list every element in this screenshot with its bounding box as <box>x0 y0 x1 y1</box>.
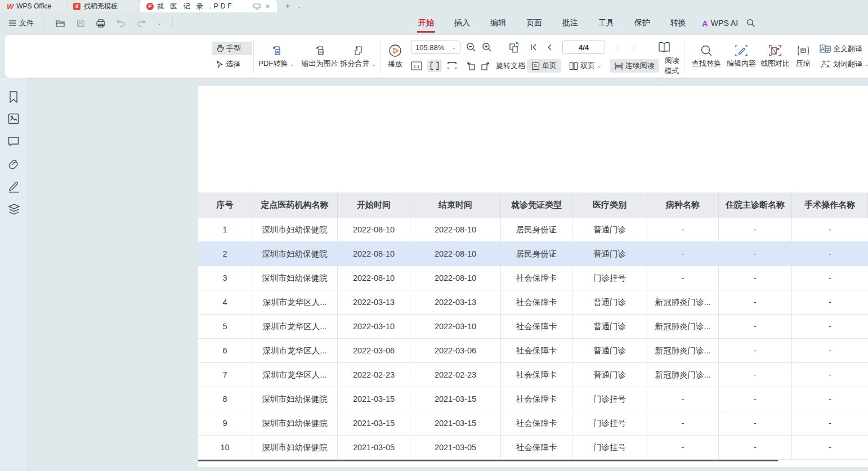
previous-page-button[interactable] <box>543 44 556 51</box>
page-swap-icon <box>508 41 521 54</box>
rotate-right-button[interactable] <box>481 61 491 71</box>
ribbon-search-button[interactable] <box>744 16 758 30</box>
continuous-read-button[interactable]: 连续阅读 <box>610 59 659 73</box>
play-label: 播放 <box>388 59 402 69</box>
wps-ai-button[interactable]: A WPS AI <box>696 19 744 28</box>
compress-button[interactable]: 压缩 <box>791 35 815 78</box>
table-cell: - <box>792 290 868 314</box>
table-cell: 2022-08-10 <box>410 242 501 266</box>
layers-icon[interactable] <box>7 203 21 216</box>
file-menu-button[interactable]: 文件 <box>6 16 37 30</box>
table-row[interactable]: 4深圳市龙华区人...2022-03-132022-03-13社会保障卡普通门诊… <box>198 290 868 315</box>
table-cell: 社会保障卡 <box>501 363 572 387</box>
single-page-button[interactable]: 单页 <box>527 59 561 73</box>
table-cell: 3 <box>198 266 252 290</box>
zoom-in-button[interactable] <box>482 42 492 52</box>
zoom-level-select[interactable]: 105.88% ⌄ <box>411 41 460 54</box>
find-replace-label: 查找替换 <box>692 59 721 69</box>
redo-button[interactable] <box>134 17 149 29</box>
first-page-button[interactable] <box>527 44 541 51</box>
table-cell: 4 <box>198 290 252 314</box>
split-merge-button[interactable]: 拆分合并 ⌄ <box>337 35 379 78</box>
table-cell: 深圳市妇幼保健院 <box>252 411 338 435</box>
pdf-page[interactable]: 序号定点医药机构名称开始时间结束时间就诊凭证类型医疗类别病种名称住院主诊断名称手… <box>198 86 868 467</box>
table-row[interactable]: 10深圳市妇幼保健院2021-03-052021-03-05社会保障卡门诊挂号-… <box>198 436 868 460</box>
table-cell: 2022-03-06 <box>410 339 501 362</box>
table-row[interactable]: 9深圳市妇幼保健院2021-03-152021-03-15社会保障卡门诊挂号--… <box>198 411 868 436</box>
tab-docer-templates[interactable]: d 找稻壳模板 <box>66 0 140 12</box>
table-cell: - <box>719 387 792 411</box>
table-row[interactable]: 6深圳市龙华区人...2022-03-062022-03-06社会保障卡普通门诊… <box>198 339 868 363</box>
bookmark-icon[interactable] <box>7 91 21 104</box>
rotate-left-button[interactable] <box>466 61 476 71</box>
save-button[interactable] <box>74 17 88 30</box>
ribbon-tab-edit[interactable]: 编辑 <box>480 12 516 34</box>
undo-button[interactable] <box>114 17 128 29</box>
present-to-screen-icon[interactable] <box>253 3 261 10</box>
tab-wps-home[interactable]: W WPS Office <box>0 0 66 12</box>
table-cell: - <box>647 218 719 241</box>
table-row[interactable]: 7深圳市龙华区人...2022-02-232022-02-23社会保障卡普通门诊… <box>198 363 868 387</box>
divider <box>253 39 254 73</box>
double-page-button[interactable]: 双页 ⌄ <box>565 59 606 73</box>
print-button[interactable] <box>93 17 108 30</box>
table-cell: 2022-08-10 <box>338 266 410 290</box>
read-mode-button[interactable] <box>657 41 671 53</box>
next-page-button[interactable] <box>612 44 624 51</box>
document-area: 序号定点医药机构名称开始时间结束时间就诊凭证类型医疗类别病种名称住院主诊断名称手… <box>0 78 868 471</box>
attachment-icon[interactable] <box>7 158 21 172</box>
table-row[interactable]: 8深圳市妇幼保健院2021-03-152021-03-15社会保障卡门诊挂号--… <box>198 387 868 411</box>
tab-document[interactable]: P 就 医 记 录 .PDF ✕ <box>140 0 277 12</box>
table-cell: 深圳市妇幼保健院 <box>252 266 338 290</box>
close-tab-icon[interactable]: ✕ <box>265 3 270 10</box>
pdf-convert-button[interactable]: W PDF转换 ⌄ <box>256 35 297 78</box>
fit-page-button[interactable] <box>447 61 457 70</box>
ribbon-tab-comment[interactable]: 批注 <box>552 12 588 34</box>
ribbon-tab-tools[interactable]: 工具 <box>588 12 624 34</box>
table-cell: - <box>719 290 792 314</box>
full-translate-button[interactable]: A 字 全文翻译 <box>817 43 868 55</box>
table-cell: 2022-03-13 <box>338 290 410 314</box>
table-cell: 社会保障卡 <box>501 436 572 459</box>
fit-width-button[interactable] <box>427 60 442 72</box>
table-cell: 新冠肺炎门诊... <box>647 290 719 314</box>
word-translate-button[interactable]: 文A 划词翻译 ⌄ <box>817 58 868 70</box>
actual-size-button[interactable]: 1:1 <box>411 61 422 70</box>
open-file-button[interactable] <box>53 17 68 30</box>
page-number-input[interactable]: 4/4 <box>562 41 605 54</box>
table-row[interactable]: 5深圳市龙华区人...2022-03-102022-03-10社会保障卡普通门诊… <box>198 315 868 339</box>
table-cell: 社会保障卡 <box>501 290 572 314</box>
zoom-out-button[interactable] <box>466 42 476 52</box>
table-cell: - <box>719 218 792 241</box>
replace-pages-button[interactable] <box>508 41 521 54</box>
ribbon-tab-protect[interactable]: 保护 <box>624 12 660 34</box>
table-cell: - <box>792 387 868 411</box>
table-header-cell: 手术操作名称 <box>792 192 868 218</box>
play-button[interactable]: 播放 <box>383 35 408 78</box>
ribbon-tab-home[interactable]: 开始 <box>408 12 444 34</box>
hand-tool-button[interactable]: 手型 <box>212 42 252 55</box>
ribbon-tab-insert[interactable]: 插入 <box>444 12 480 34</box>
last-page-button[interactable] <box>627 44 641 51</box>
table-row[interactable]: 3深圳市妇幼保健院2022-08-102022-08-10社会保障卡门诊挂号--… <box>198 266 868 290</box>
table-row[interactable]: 2深圳市妇幼保健院2022-08-102022-08-10居民身份证普通门诊--… <box>198 242 868 266</box>
table-row[interactable]: 1深圳市妇幼保健院2022-08-102022-08-10居民身份证普通门诊--… <box>198 218 868 242</box>
new-tab-icon[interactable]: ＋ <box>284 1 292 11</box>
rotate-ccw-icon <box>466 61 476 71</box>
table-body: 1深圳市妇幼保健院2022-08-102022-08-10居民身份证普通门诊--… <box>198 218 868 460</box>
edit-content-button[interactable]: 编辑内容 <box>724 35 759 78</box>
find-replace-button[interactable]: 查找替换 <box>688 35 725 78</box>
chevron-down-icon: ⌄ <box>597 63 602 69</box>
ribbon-tab-page[interactable]: 页面 <box>516 12 552 34</box>
tab-list-chevron-icon[interactable]: ⌄ <box>297 3 302 9</box>
screenshot-compare-button[interactable]: 截图对比 <box>758 35 793 78</box>
quick-access-chevron[interactable]: ⌄ <box>154 18 164 28</box>
table-cell: 2022-02-23 <box>410 363 501 387</box>
select-tool-button[interactable]: 选择 <box>212 57 252 71</box>
sign-icon[interactable] <box>7 180 21 194</box>
comment-icon[interactable] <box>7 136 21 149</box>
continuous-read-label: 连续阅读 <box>625 61 655 71</box>
thumbnail-icon[interactable] <box>7 113 21 126</box>
ribbon-tab-convert[interactable]: 转换 <box>660 12 696 34</box>
table-cell: - <box>719 339 792 362</box>
